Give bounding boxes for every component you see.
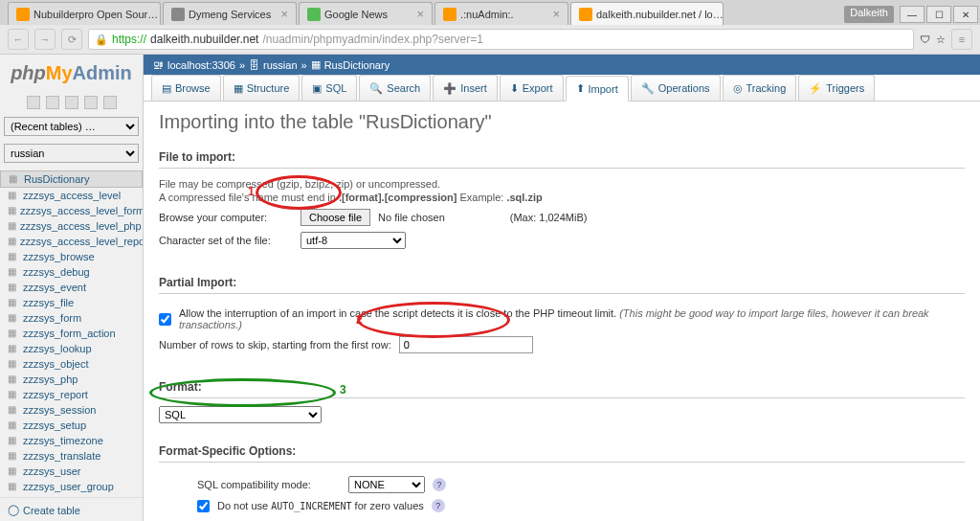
skip-rows-input[interactable] <box>399 336 533 353</box>
choose-file-button[interactable]: Choose file <box>301 209 370 226</box>
server-icon: 🖳 <box>153 59 164 71</box>
table-name: zzzsys_form_action <box>23 328 116 339</box>
close-icon[interactable]: × <box>416 7 424 21</box>
browser-tab-active[interactable]: dalkeith.nubuilder.net / lo…× <box>570 2 724 25</box>
help-icon[interactable]: ? <box>432 499 445 512</box>
close-window-button[interactable]: ✕ <box>953 6 978 23</box>
reload-nav-icon[interactable] <box>103 96 117 109</box>
sidebar-table[interactable]: ▦zzzsys_debug <box>0 264 143 280</box>
reload-button[interactable]: ⟳ <box>61 29 82 50</box>
tab-strip: Nubuilderpro Open Sour…× Dymeng Services… <box>0 0 980 25</box>
database-select[interactable]: russian <box>4 144 139 163</box>
bookmark-icon[interactable]: ☆ <box>936 34 946 46</box>
sidebar-table[interactable]: ▦zzzsys_event <box>0 280 143 295</box>
sidebar-table[interactable]: ▦zzzsys_timezone <box>0 433 143 448</box>
phpmyadmin-logo: phpMyAdmin <box>0 55 143 92</box>
main-content: 🖳 localhost:3306 » 🗄 russian » ▦ RusDict… <box>144 55 980 521</box>
sidebar-table[interactable]: ▦zzzsys_file <box>0 295 143 310</box>
sidebar-table[interactable]: ▦zzzsys_user_group <box>0 479 143 494</box>
sidebar-table[interactable]: ▦zzzsys_report <box>0 387 143 402</box>
create-table-link[interactable]: ◯Create table <box>0 497 143 521</box>
format-select[interactable]: SQL <box>159 406 322 423</box>
sidebar-table[interactable]: ▦zzzsys_setup <box>0 418 143 433</box>
breadcrumb-db[interactable]: russian <box>263 59 297 71</box>
shield-icon[interactable]: 🛡 <box>920 34 930 45</box>
sidebar-table[interactable]: ▦zzzsys_lookup <box>0 341 143 356</box>
table-icon: ▦ <box>8 343 19 354</box>
browse-label: Browse your computer: <box>159 212 293 223</box>
sidebar-table[interactable]: ▦zzzsys_access_level_form <box>0 203 143 218</box>
table-icon: ▦ <box>8 205 16 216</box>
table-list[interactable]: ▦RusDictionary ▦zzzsys_access_level ▦zzz… <box>0 167 143 497</box>
sidebar-table[interactable]: ▦zzzsys_php <box>0 372 143 387</box>
no-auto-increment-checkbox[interactable] <box>197 500 210 512</box>
sql-icon: ▣ <box>312 82 322 95</box>
minimize-button[interactable]: — <box>900 6 924 23</box>
format-fieldset: SQL <box>159 397 965 431</box>
url-scheme: https:// <box>112 33 146 46</box>
charset-select[interactable]: utf-8 <box>301 232 406 249</box>
compress-note: File may be compressed (gzip, bzip2, zip… <box>159 178 965 190</box>
tab-import[interactable]: ⬆Import <box>566 76 629 102</box>
maximize-button[interactable]: ☐ <box>926 6 951 23</box>
allow-interrupt-checkbox[interactable] <box>159 313 171 326</box>
user-badge[interactable]: Dalkeith <box>844 6 894 23</box>
sidebar-table[interactable]: ▦zzzsys_form_action <box>0 326 143 341</box>
browser-tab[interactable]: Google News× <box>299 2 433 25</box>
query-icon[interactable] <box>65 96 78 109</box>
tab-tracking[interactable]: ◎Tracking <box>723 75 797 101</box>
browser-tab[interactable]: Nubuilderpro Open Sour…× <box>8 2 161 25</box>
close-icon[interactable]: × <box>280 7 288 21</box>
charset-row: Character set of the file: utf-8 <box>159 232 965 249</box>
menu-button[interactable]: ≡ <box>951 29 972 50</box>
sidebar-table[interactable]: ▦zzzsys_browse <box>0 249 143 264</box>
section-partial-import: Partial Import: <box>159 272 965 293</box>
close-icon[interactable]: × <box>552 7 560 21</box>
tab-insert[interactable]: ➕Insert <box>433 75 498 101</box>
allow-interrupt-label: Allow the interruption of an import in c… <box>179 307 965 330</box>
docs-icon[interactable] <box>84 96 98 109</box>
sidebar-table[interactable]: ▦zzzsys_access_level_php <box>0 218 143 234</box>
browser-tab[interactable]: Dymeng Services× <box>163 2 297 25</box>
lock-icon: 🔒 <box>95 34 108 46</box>
home-icon[interactable] <box>27 96 40 109</box>
sidebar-table[interactable]: ▦zzzsys_access_level <box>0 188 143 203</box>
skip-rows-row: Number of rows to skip, starting from th… <box>159 336 965 353</box>
forward-button[interactable]: → <box>34 29 56 50</box>
table-icon: ▦ <box>8 312 19 324</box>
favicon-icon <box>16 8 30 21</box>
recent-tables-select[interactable]: (Recent tables) … <box>4 117 139 136</box>
sidebar-table[interactable]: ▦zzzsys_user <box>0 464 143 479</box>
sidebar-table[interactable]: ▦zzzsys_access_level_report <box>0 234 143 249</box>
logout-icon[interactable] <box>46 96 59 109</box>
breadcrumb-table[interactable]: RusDictionary <box>324 59 390 71</box>
tab-browse[interactable]: ▤Browse <box>151 75 221 101</box>
tab-search[interactable]: 🔍Search <box>359 75 431 101</box>
tab-operations[interactable]: 🔧Operations <box>631 75 721 101</box>
url-path: /nuadmin/phpmyadmin/index.php?server=1 <box>262 33 482 46</box>
sidebar-table-rusdictionary[interactable]: ▦RusDictionary <box>0 170 143 188</box>
table-icon: ▦ <box>8 358 19 370</box>
sidebar-table[interactable]: ▦zzzsys_translate <box>0 448 143 464</box>
tab-label: Import <box>589 83 618 95</box>
table-name: zzzsys_object <box>23 358 88 370</box>
table-icon: ▦ <box>8 419 19 431</box>
back-button[interactable]: ← <box>8 29 29 50</box>
help-icon[interactable]: ? <box>433 478 446 491</box>
tab-structure[interactable]: ▦Structure <box>223 75 301 101</box>
tab-export[interactable]: ⬇Export <box>500 75 564 101</box>
sql-compat-select[interactable]: NONE <box>348 476 425 493</box>
separator-icon: » <box>239 59 245 71</box>
sidebar-table[interactable]: ▦zzzsys_form <box>0 310 143 326</box>
breadcrumb-server[interactable]: localhost:3306 <box>167 59 235 71</box>
sidebar-table[interactable]: ▦zzzsys_object <box>0 356 143 372</box>
sidebar-table[interactable]: ▦zzzsys_session <box>0 402 143 418</box>
address-field[interactable]: 🔒 https://dalkeith.nubuilder.net/nuadmin… <box>88 29 914 50</box>
tab-triggers[interactable]: ⚡Triggers <box>798 75 875 101</box>
table-name: zzzsys_browse <box>23 251 95 262</box>
browser-tab[interactable]: .:nuAdmin:.× <box>434 2 568 25</box>
table-icon: ▦ <box>8 481 19 492</box>
tab-sql[interactable]: ▣SQL <box>301 75 357 101</box>
section-format-specific: Format-Specific Options: <box>159 441 965 462</box>
tab-label: Export <box>523 82 553 94</box>
